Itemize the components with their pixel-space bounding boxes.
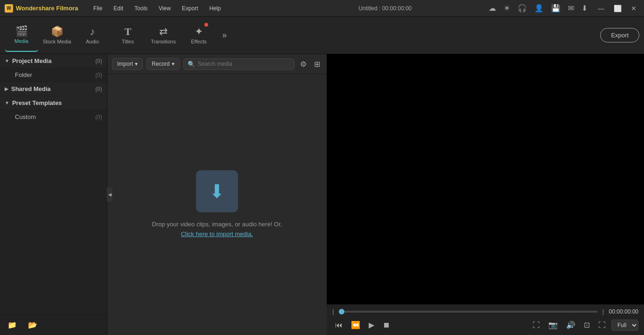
titlebar: W Wondershare Filmora File Edit Tools Vi…	[0, 0, 644, 17]
effects-icon: ✦	[195, 27, 203, 37]
import-chevron-icon: ▾	[135, 61, 138, 67]
sidebar-folder-label: Folder	[15, 71, 95, 78]
headphone-icon[interactable]: 🎧	[518, 4, 527, 13]
filter-button[interactable]: ⚙	[298, 59, 308, 70]
play-button[interactable]: ▶	[366, 319, 377, 331]
left-bracket: {	[332, 308, 334, 315]
stop-button[interactable]: ⏹	[380, 319, 393, 331]
window-controls: — ⬜ ✕	[595, 4, 639, 13]
toolbar-effects[interactable]: ✦ Effects	[182, 19, 216, 52]
pip-button[interactable]: ⊡	[581, 319, 593, 331]
toolbar-media[interactable]: 🎬 Media	[5, 19, 38, 52]
user-icon[interactable]: 👤	[534, 4, 544, 13]
toolbar-effects-label: Effects	[191, 39, 206, 44]
search-icon: 🔍	[188, 61, 195, 68]
import-button[interactable]: Import ▾	[112, 58, 143, 70]
audio-icon: ♪	[90, 27, 95, 37]
sidebar-custom[interactable]: Custom (0)	[0, 110, 107, 124]
expand-project-media-icon: ▼	[5, 58, 9, 63]
project-title: Untitled : 00:00:00:00	[358, 5, 412, 12]
expand-shared-media-icon: ▶	[5, 86, 8, 91]
quality-select[interactable]: Full 1/2 1/4	[611, 320, 638, 331]
timeline-slider: { } 00:00:00:00	[332, 308, 638, 315]
app-icon: W	[5, 4, 13, 13]
app-name: Wondershare Filmora	[16, 5, 78, 12]
sidebar-project-media-label: Project Media	[12, 57, 95, 64]
close-button[interactable]: ✕	[628, 4, 639, 13]
mail-icon[interactable]: ✉	[568, 4, 574, 13]
sun-icon[interactable]: ☀	[504, 4, 510, 13]
playback-thumb[interactable]	[339, 309, 344, 314]
export-button[interactable]: Export	[600, 28, 639, 42]
drop-area[interactable]: ⬇ Drop your video clips, images, or audi…	[107, 74, 327, 335]
sidebar-preset-templates-label: Preset Templates	[12, 99, 102, 106]
title-center: Untitled : 00:00:00:00	[287, 5, 484, 12]
right-bracket: }	[602, 308, 604, 315]
menu-file[interactable]: File	[89, 3, 107, 14]
sidebar-shared-media-label: Shared Media	[11, 85, 95, 92]
menu-edit[interactable]: Edit	[109, 3, 128, 14]
toolbar-transitions[interactable]: ⇄ Transitions	[147, 19, 180, 52]
record-label: Record	[152, 61, 170, 67]
expand-preset-templates-icon: ▼	[5, 100, 9, 105]
collapse-panel-button[interactable]: ◀	[107, 188, 112, 202]
drop-icon-box: ⬇	[196, 170, 238, 212]
audio-button[interactable]: 🔊	[563, 319, 578, 331]
menu-help[interactable]: Help	[205, 3, 226, 14]
toolbar-audio[interactable]: ♪ Audio	[76, 19, 109, 52]
record-chevron-icon: ▾	[172, 61, 175, 67]
import-link[interactable]: Click here to import media.	[181, 230, 253, 237]
cloud-icon[interactable]: ☁	[489, 4, 496, 13]
main-layout: ▼ Project Media (0) Folder (0) ▶ Shared …	[0, 54, 644, 335]
sidebar-shared-media[interactable]: ▶ Shared Media (0)	[0, 82, 107, 96]
effects-badge	[204, 23, 208, 27]
sidebar-custom-count: (0)	[95, 114, 102, 120]
settings-button[interactable]: ⛶	[595, 319, 609, 331]
toolbar-stock-label: Stock Media	[43, 39, 71, 44]
right-panel: { } 00:00:00:00 ⏮ ⏪ ▶ ⏹ ⛶ 📷 🔊 ⊡ ⛶ Full	[327, 54, 644, 335]
download-icon[interactable]: ⬇	[581, 4, 588, 13]
search-box: 🔍	[183, 58, 294, 70]
media-panel: Import ▾ Record ▾ 🔍 ⚙ ⊞	[107, 54, 327, 335]
media-toolbar: Import ▾ Record ▾ 🔍 ⚙ ⊞	[107, 54, 327, 74]
preview-area	[327, 54, 644, 304]
skip-back-button[interactable]: ⏮	[332, 319, 345, 331]
sidebar: ▼ Project Media (0) Folder (0) ▶ Shared …	[0, 54, 107, 335]
save-icon[interactable]: 💾	[551, 4, 560, 13]
sidebar-shared-media-count: (0)	[95, 86, 102, 92]
sidebar-preset-templates[interactable]: ▼ Preset Templates	[0, 96, 107, 110]
add-folder-button[interactable]: 📁	[4, 319, 21, 331]
playback-track[interactable]	[339, 311, 598, 313]
toolbar-titles[interactable]: T Titles	[111, 19, 145, 52]
toolbar-transitions-label: Transitions	[151, 39, 175, 44]
toolbar: 🎬 Media 📦 Stock Media ♪ Audio T Titles ⇄…	[0, 17, 644, 54]
record-button[interactable]: Record ▾	[147, 58, 180, 70]
snapshot-button[interactable]: 📷	[546, 319, 560, 331]
menu-tools[interactable]: Tools	[130, 3, 152, 14]
stock-media-icon: 📦	[51, 27, 63, 37]
toolbar-stock-media[interactable]: 📦 Stock Media	[40, 19, 74, 52]
maximize-button[interactable]: ⬜	[611, 4, 624, 13]
more-button[interactable]: »	[217, 28, 231, 42]
minimize-button[interactable]: —	[595, 4, 607, 13]
toolbar-audio-label: Audio	[86, 39, 99, 44]
timecode-display: 00:00:00:00	[609, 308, 638, 315]
step-back-button[interactable]: ⏪	[348, 319, 363, 331]
menu-export[interactable]: Export	[177, 3, 203, 14]
sidebar-project-media[interactable]: ▼ Project Media (0)	[0, 54, 107, 68]
playback-controls: ⏮ ⏪ ▶ ⏹ ⛶ 📷 🔊 ⊡ ⛶ Full 1/2 1/4	[332, 319, 638, 331]
import-label: Import	[117, 61, 133, 67]
sidebar-folder[interactable]: Folder (0)	[0, 68, 107, 82]
header-icons: ☁ ☀ 🎧 👤 💾 ✉ ⬇	[489, 4, 588, 13]
sidebar-project-media-count: (0)	[95, 58, 102, 64]
menu-view[interactable]: View	[154, 3, 175, 14]
media-icon: 🎬	[15, 26, 28, 36]
search-input[interactable]	[198, 61, 290, 67]
grid-view-button[interactable]: ⊞	[312, 59, 322, 70]
toolbar-media-label: Media	[14, 38, 28, 44]
new-folder-button[interactable]: 📂	[24, 319, 41, 331]
download-arrow-icon: ⬇	[209, 181, 225, 202]
toolbar-titles-label: Titles	[122, 39, 134, 44]
sidebar-folder-count: (0)	[95, 72, 102, 78]
fullscreen-button[interactable]: ⛶	[530, 319, 543, 331]
